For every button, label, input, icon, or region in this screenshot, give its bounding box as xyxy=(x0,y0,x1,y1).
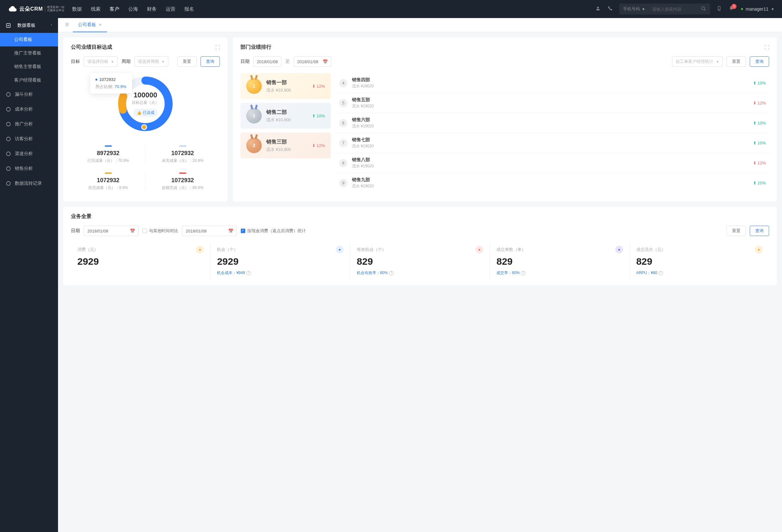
sidebar-item-visitor[interactable]: 访客分析 xyxy=(0,132,58,146)
collapse-sidebar-button[interactable] xyxy=(61,22,73,28)
sidebar-item-sales[interactable]: 销售分析 xyxy=(0,161,58,176)
thumbs-up-icon: 👍 xyxy=(137,111,142,115)
help-icon[interactable]: ? xyxy=(521,271,525,275)
rank-row[interactable]: 4销售四部流水 ¥19020⬆10% xyxy=(336,73,769,93)
sidebar-item-promo[interactable]: 推广分析 xyxy=(0,117,58,132)
phone-icon[interactable] xyxy=(608,6,613,12)
svg-point-9 xyxy=(6,152,10,156)
reset-button[interactable]: 重置 xyxy=(726,57,746,67)
date-input-2[interactable]: 2018/01/08📅 xyxy=(182,226,237,236)
close-icon[interactable]: ✕ xyxy=(99,23,102,27)
stat-cell-2: 1072932应完成量（元）|8.9% xyxy=(71,168,145,195)
mobile-icon[interactable] xyxy=(717,6,722,12)
rank-row[interactable]: 9销售九部流水 ¥19020⬆10% xyxy=(336,173,769,193)
expand-icon[interactable]: ⛶ xyxy=(215,45,220,50)
sidebar-group-dashboard[interactable]: 数据看板 ˄ xyxy=(0,18,58,33)
notification-icon[interactable]: 5 xyxy=(729,6,734,12)
sidebar-item-log[interactable]: 数据流转记录 xyxy=(0,176,58,191)
sidebar-child-1[interactable]: 推广主管看板 xyxy=(0,46,58,60)
reset-button[interactable]: 重置 xyxy=(726,226,746,236)
search-type-select[interactable]: 手机号码 ▼ xyxy=(619,6,649,12)
svg-point-3 xyxy=(719,9,719,10)
trend-up-icon: ⬆ xyxy=(753,81,756,85)
content-area: 公司看板 ✕ 公司业绩目标达成 ⛶ 目标 请选择目标▼ 周期 请选择周期▼ xyxy=(58,18,782,532)
query-button[interactable]: 查询 xyxy=(750,57,769,67)
date-from-input[interactable]: 2018/01/08 xyxy=(253,57,281,67)
donut-center: 100000 目标总量（元） 👍已达成 xyxy=(132,91,159,117)
rank-row[interactable]: 7销售七部流水 ¥19020⬆10% xyxy=(336,133,769,153)
rank-card-2[interactable]: 2销售二部流水 ¥10,900⬆10% xyxy=(241,103,331,129)
cash-checkbox[interactable]: 按现金消费（返点后消费）统计 xyxy=(241,228,306,234)
metric-0: 消费（元）●2929 xyxy=(71,243,211,279)
query-button[interactable]: 查询 xyxy=(201,57,220,67)
target-select[interactable]: 请选择目标▼ xyxy=(84,57,118,67)
rank-number: 9 xyxy=(339,179,348,187)
sidebar-child-3[interactable]: 客户经理看板 xyxy=(0,73,58,87)
help-icon[interactable]: ? xyxy=(246,271,251,275)
stat-type-select[interactable]: 按工单客户经理统计▼ xyxy=(672,57,723,67)
date-to-input[interactable]: 2018/01/08📅 xyxy=(294,57,331,67)
app-header: 云朵CRM 教育机构一站 式服务云平台 数据线索客户公海财务运营报名 手机号码 … xyxy=(0,0,782,18)
sidebar-item-cost[interactable]: 成本分析 xyxy=(0,102,58,117)
metric-4: 成交流水（元）●829ARPU：¥80? xyxy=(630,243,769,279)
logo-subtitle: 教育机构一站 式服务云平台 xyxy=(45,6,65,12)
svg-point-6 xyxy=(6,107,10,111)
rank-number: 8 xyxy=(339,159,348,167)
label-target: 目标 xyxy=(71,59,80,65)
nav-item-5[interactable]: 运营 xyxy=(166,6,175,12)
medal-bronze-icon: 3 xyxy=(246,138,262,153)
sidebar-item-filter[interactable]: 漏斗分析 xyxy=(0,87,58,102)
achieved-tag: 👍已达成 xyxy=(134,109,157,117)
nav-item-0[interactable]: 数据 xyxy=(72,6,82,12)
search-input[interactable] xyxy=(649,7,697,11)
rank-card-1[interactable]: 1销售一部流水 ¥10,900⬇12% xyxy=(241,73,331,99)
trend-down-icon: ⬇ xyxy=(312,84,316,89)
nav-item-3[interactable]: 公海 xyxy=(128,6,138,12)
goal-panel: 公司业绩目标达成 ⛶ 目标 请选择目标▼ 周期 请选择周期▼ 重置 查询 xyxy=(63,37,227,202)
sidebar-child-0[interactable]: 公司看板 xyxy=(0,33,58,46)
nav-item-2[interactable]: 客户 xyxy=(110,6,119,12)
metric-3: 成交单数（单）●829成交率：80%? xyxy=(490,243,630,279)
goal-panel-title: 公司业绩目标达成 xyxy=(71,44,112,50)
svg-point-7 xyxy=(6,122,10,126)
trend-up-icon: ⬆ xyxy=(753,181,756,185)
rank-card-3[interactable]: 3销售三部流水 ¥10,900⬇12% xyxy=(241,133,331,158)
rank-number: 7 xyxy=(339,139,348,147)
help-icon[interactable]: ? xyxy=(659,271,663,275)
chart-icon xyxy=(6,23,11,28)
nav-item-6[interactable]: 报名 xyxy=(184,6,194,12)
query-button[interactable]: 查询 xyxy=(750,226,769,236)
date-input-1[interactable]: 2018/01/08📅 xyxy=(84,226,139,236)
sidebar-item-channel[interactable]: 渠道分析 xyxy=(0,146,58,161)
channel-icon xyxy=(6,151,11,156)
svg-point-15 xyxy=(142,125,147,130)
logo: 云朵CRM 教育机构一站 式服务云平台 xyxy=(8,5,65,13)
promo-icon xyxy=(6,121,11,127)
label-period: 周期 xyxy=(121,59,131,65)
svg-point-10 xyxy=(6,167,10,171)
user-icon[interactable] xyxy=(595,6,601,12)
trend-up-icon: ⬆ xyxy=(753,141,756,145)
sidebar-child-2[interactable]: 销售主管看板 xyxy=(0,60,58,73)
reset-button[interactable]: 重置 xyxy=(177,57,197,67)
cloud-icon xyxy=(8,5,17,13)
tab-company-dashboard[interactable]: 公司看板 ✕ xyxy=(73,18,107,32)
chevron-up-icon: ˄ xyxy=(50,24,52,27)
trend-down-icon: ⬇ xyxy=(753,161,756,166)
metric-2: 有效机会（个）●829机会有效率：80%? xyxy=(350,243,490,279)
rank-row[interactable]: 5销售五部流水 ¥19020⬇12% xyxy=(336,93,769,113)
compare-checkbox[interactable]: 与其他时间对比 xyxy=(142,228,178,234)
help-icon[interactable]: ? xyxy=(389,271,394,275)
expand-icon[interactable]: ⛶ xyxy=(765,45,769,50)
period-select[interactable]: 请选择周期▼ xyxy=(134,57,168,67)
user-menu[interactable]: manager11 ▼ xyxy=(741,6,774,11)
chevron-down-icon: ▼ xyxy=(771,7,774,11)
search-button[interactable] xyxy=(697,6,710,12)
rank-row[interactable]: 8销售八部流水 ¥19020⬇12% xyxy=(336,153,769,173)
nav-item-1[interactable]: 线索 xyxy=(91,6,101,12)
metric-1: 机会（个）●2929机会成本：¥948? xyxy=(211,243,350,279)
svg-point-0 xyxy=(597,6,599,8)
rank-row[interactable]: 6销售六部流水 ¥19020⬆10% xyxy=(336,113,769,133)
rank-number: 4 xyxy=(339,79,348,87)
nav-item-4[interactable]: 财务 xyxy=(147,6,157,12)
